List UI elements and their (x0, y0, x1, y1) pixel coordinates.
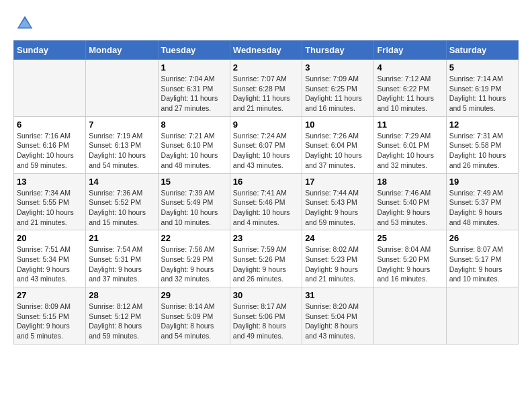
day-cell (374, 287, 446, 345)
day-detail: Sunrise: 8:17 AM Sunset: 5:06 PM Dayligh… (233, 302, 299, 341)
day-detail: Sunrise: 7:49 AM Sunset: 5:37 PM Dayligh… (449, 188, 515, 228)
day-detail: Sunrise: 8:02 AM Sunset: 5:23 PM Dayligh… (305, 244, 371, 284)
day-cell: 12Sunrise: 7:31 AM Sunset: 5:58 PM Dayli… (446, 116, 518, 173)
day-number: 9 (233, 120, 299, 130)
day-cell: 4Sunrise: 7:12 AM Sunset: 6:22 PM Daylig… (374, 60, 446, 117)
day-cell: 30Sunrise: 8:17 AM Sunset: 5:06 PM Dayli… (230, 287, 302, 345)
col-header-wednesday: Wednesday (230, 41, 302, 60)
day-number: 5 (449, 62, 515, 73)
day-number: 11 (377, 120, 443, 130)
day-cell: 9Sunrise: 7:24 AM Sunset: 6:07 PM Daylig… (230, 116, 302, 173)
day-number: 14 (89, 177, 154, 187)
day-cell: 20Sunrise: 7:51 AM Sunset: 5:34 PM Dayli… (14, 230, 86, 287)
day-cell: 23Sunrise: 7:59 AM Sunset: 5:26 PM Dayli… (230, 230, 302, 287)
day-cell: 6Sunrise: 7:16 AM Sunset: 6:16 PM Daylig… (14, 116, 86, 173)
day-detail: Sunrise: 7:51 AM Sunset: 5:34 PM Dayligh… (17, 244, 83, 284)
day-detail: Sunrise: 7:39 AM Sunset: 5:49 PM Dayligh… (161, 188, 227, 228)
day-detail: Sunrise: 7:16 AM Sunset: 6:16 PM Dayligh… (17, 131, 83, 171)
day-number: 26 (449, 233, 515, 243)
col-header-sunday: Sunday (14, 41, 86, 60)
day-cell (14, 60, 86, 117)
day-cell: 27Sunrise: 8:09 AM Sunset: 5:15 PM Dayli… (14, 287, 86, 345)
day-cell: 26Sunrise: 8:07 AM Sunset: 5:17 PM Dayli… (446, 230, 518, 287)
day-number: 22 (161, 233, 227, 243)
day-cell: 16Sunrise: 7:41 AM Sunset: 5:46 PM Dayli… (230, 173, 302, 230)
day-number: 6 (17, 120, 83, 130)
day-detail: Sunrise: 7:54 AM Sunset: 5:31 PM Dayligh… (89, 244, 154, 284)
day-detail: Sunrise: 8:20 AM Sunset: 5:04 PM Dayligh… (305, 302, 371, 341)
col-header-tuesday: Tuesday (158, 41, 230, 60)
day-number: 27 (17, 290, 83, 300)
col-header-thursday: Thursday (302, 41, 374, 60)
day-number: 15 (161, 177, 227, 187)
day-cell: 17Sunrise: 7:44 AM Sunset: 5:43 PM Dayli… (302, 173, 374, 230)
day-cell (86, 60, 158, 117)
day-cell: 29Sunrise: 8:14 AM Sunset: 5:09 PM Dayli… (158, 287, 230, 345)
day-number: 31 (305, 290, 371, 300)
day-cell: 8Sunrise: 7:21 AM Sunset: 6:10 PM Daylig… (158, 116, 230, 173)
day-number: 28 (89, 290, 154, 300)
day-number: 17 (305, 177, 371, 187)
logo (13, 13, 35, 34)
day-cell: 31Sunrise: 8:20 AM Sunset: 5:04 PM Dayli… (302, 287, 374, 345)
day-number: 8 (161, 120, 227, 130)
day-detail: Sunrise: 7:21 AM Sunset: 6:10 PM Dayligh… (161, 131, 227, 171)
day-number: 2 (233, 62, 299, 73)
day-cell: 11Sunrise: 7:29 AM Sunset: 6:01 PM Dayli… (374, 116, 446, 173)
day-detail: Sunrise: 8:09 AM Sunset: 5:15 PM Dayligh… (17, 302, 83, 341)
day-cell: 28Sunrise: 8:12 AM Sunset: 5:12 PM Dayli… (86, 287, 158, 345)
day-detail: Sunrise: 8:12 AM Sunset: 5:12 PM Dayligh… (89, 302, 154, 341)
day-detail: Sunrise: 7:04 AM Sunset: 6:31 PM Dayligh… (161, 74, 227, 113)
day-cell: 18Sunrise: 7:46 AM Sunset: 5:40 PM Dayli… (374, 173, 446, 230)
day-cell: 21Sunrise: 7:54 AM Sunset: 5:31 PM Dayli… (86, 230, 158, 287)
day-number: 13 (17, 177, 83, 187)
day-cell: 22Sunrise: 7:56 AM Sunset: 5:29 PM Dayli… (158, 230, 230, 287)
day-cell: 5Sunrise: 7:14 AM Sunset: 6:19 PM Daylig… (446, 60, 518, 117)
week-row-2: 6Sunrise: 7:16 AM Sunset: 6:16 PM Daylig… (14, 116, 519, 173)
day-cell: 15Sunrise: 7:39 AM Sunset: 5:49 PM Dayli… (158, 173, 230, 230)
col-header-saturday: Saturday (446, 41, 518, 60)
day-detail: Sunrise: 7:12 AM Sunset: 6:22 PM Dayligh… (377, 74, 443, 113)
day-detail: Sunrise: 8:07 AM Sunset: 5:17 PM Dayligh… (449, 244, 515, 284)
day-detail: Sunrise: 7:31 AM Sunset: 5:58 PM Dayligh… (449, 131, 515, 171)
day-number: 24 (305, 233, 371, 243)
day-number: 29 (161, 290, 227, 300)
day-detail: Sunrise: 7:56 AM Sunset: 5:29 PM Dayligh… (161, 244, 227, 284)
day-detail: Sunrise: 7:59 AM Sunset: 5:26 PM Dayligh… (233, 244, 299, 284)
day-cell (446, 287, 518, 345)
day-number: 12 (449, 120, 515, 130)
day-cell: 25Sunrise: 8:04 AM Sunset: 5:20 PM Dayli… (374, 230, 446, 287)
day-number: 16 (233, 177, 299, 187)
day-detail: Sunrise: 7:46 AM Sunset: 5:40 PM Dayligh… (377, 188, 443, 228)
day-detail: Sunrise: 7:44 AM Sunset: 5:43 PM Dayligh… (305, 188, 371, 228)
day-cell: 24Sunrise: 8:02 AM Sunset: 5:23 PM Dayli… (302, 230, 374, 287)
day-cell: 7Sunrise: 7:19 AM Sunset: 6:13 PM Daylig… (86, 116, 158, 173)
calendar-table: SundayMondayTuesdayWednesdayThursdayFrid… (13, 40, 519, 345)
day-detail: Sunrise: 8:04 AM Sunset: 5:20 PM Dayligh… (377, 244, 443, 284)
logo-icon (15, 13, 35, 34)
day-cell: 13Sunrise: 7:34 AM Sunset: 5:55 PM Dayli… (14, 173, 86, 230)
day-detail: Sunrise: 7:41 AM Sunset: 5:46 PM Dayligh… (233, 188, 299, 228)
day-detail: Sunrise: 7:26 AM Sunset: 6:04 PM Dayligh… (305, 131, 371, 171)
day-number: 18 (377, 177, 443, 187)
day-number: 1 (161, 62, 227, 73)
day-cell: 10Sunrise: 7:26 AM Sunset: 6:04 PM Dayli… (302, 116, 374, 173)
day-detail: Sunrise: 7:14 AM Sunset: 6:19 PM Dayligh… (449, 74, 515, 113)
day-cell: 14Sunrise: 7:36 AM Sunset: 5:52 PM Dayli… (86, 173, 158, 230)
week-row-1: 1Sunrise: 7:04 AM Sunset: 6:31 PM Daylig… (14, 60, 519, 117)
day-cell: 3Sunrise: 7:09 AM Sunset: 6:25 PM Daylig… (302, 60, 374, 117)
day-number: 7 (89, 120, 154, 130)
day-cell: 1Sunrise: 7:04 AM Sunset: 6:31 PM Daylig… (158, 60, 230, 117)
day-cell: 19Sunrise: 7:49 AM Sunset: 5:37 PM Dayli… (446, 173, 518, 230)
day-detail: Sunrise: 8:14 AM Sunset: 5:09 PM Dayligh… (161, 302, 227, 341)
day-number: 20 (17, 233, 83, 243)
day-number: 23 (233, 233, 299, 243)
day-number: 3 (305, 62, 371, 73)
day-detail: Sunrise: 7:24 AM Sunset: 6:07 PM Dayligh… (233, 131, 299, 171)
week-row-4: 20Sunrise: 7:51 AM Sunset: 5:34 PM Dayli… (14, 230, 519, 287)
week-row-3: 13Sunrise: 7:34 AM Sunset: 5:55 PM Dayli… (14, 173, 519, 230)
day-detail: Sunrise: 7:34 AM Sunset: 5:55 PM Dayligh… (17, 188, 83, 228)
day-number: 30 (233, 290, 299, 300)
day-detail: Sunrise: 7:36 AM Sunset: 5:52 PM Dayligh… (89, 188, 154, 228)
col-header-friday: Friday (374, 41, 446, 60)
